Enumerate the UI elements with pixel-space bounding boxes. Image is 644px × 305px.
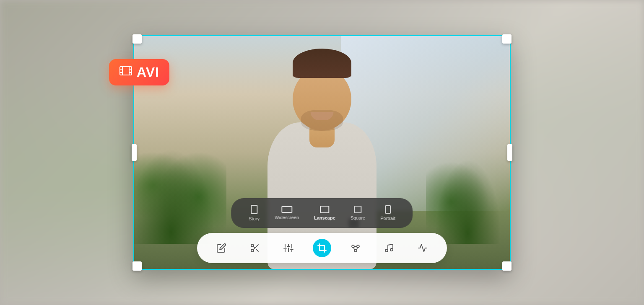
resize-handle-right[interactable] — [507, 144, 512, 161]
svg-point-22 — [352, 245, 354, 248]
landscape-label: Lanscape — [314, 215, 335, 220]
effects-icon — [351, 243, 361, 253]
resize-handle-top-right[interactable] — [502, 34, 512, 44]
resize-handle-top-left[interactable] — [132, 34, 142, 44]
audio-tool-button[interactable] — [380, 239, 398, 257]
svg-line-10 — [256, 249, 258, 251]
aspect-ratio-portrait[interactable]: Portrait — [373, 203, 402, 223]
aspect-ratio-landscape[interactable]: Lanscape — [306, 203, 343, 223]
resize-handle-bottom-right[interactable] — [502, 261, 512, 271]
svg-rect-0 — [120, 67, 132, 75]
story-label: Story — [249, 216, 260, 221]
portrait-label: Portrait — [380, 216, 395, 221]
avi-label: AVI — [137, 65, 159, 80]
widescreen-icon — [281, 206, 292, 213]
effects-tool-button[interactable] — [346, 239, 365, 257]
svg-line-11 — [253, 246, 255, 248]
story-icon — [251, 205, 257, 214]
film-icon — [119, 64, 132, 80]
cut-tool-button[interactable] — [246, 239, 264, 257]
aspect-ratio-square[interactable]: Square — [343, 203, 373, 223]
activity-icon — [418, 243, 428, 253]
aspect-ratio-toolbar: Story Widescreen Lanscape — [231, 198, 413, 228]
music-icon — [384, 243, 394, 253]
widescreen-label: Widescreen — [275, 215, 299, 220]
adjust-tool-button[interactable] — [279, 239, 298, 257]
landscape-icon — [320, 206, 329, 213]
tools-toolbar — [197, 233, 447, 263]
resize-handle-left[interactable] — [132, 144, 137, 161]
crop-icon — [317, 243, 327, 253]
svg-point-23 — [357, 245, 359, 248]
outer-background: AVI Story Widescreen — [0, 0, 644, 305]
main-video-card: AVI Story Widescreen — [133, 35, 511, 270]
pen-icon — [216, 243, 226, 253]
resize-handle-bottom-left[interactable] — [132, 261, 142, 271]
speed-tool-button[interactable] — [413, 239, 432, 257]
square-label: Square — [351, 215, 365, 220]
edit-tool-button[interactable] — [212, 239, 231, 257]
avi-format-badge[interactable]: AVI — [109, 59, 169, 85]
sliders-icon — [283, 243, 293, 253]
scissors-icon — [250, 243, 260, 253]
crop-tool-button[interactable] — [313, 239, 331, 257]
svg-point-25 — [385, 249, 388, 252]
aspect-ratio-story[interactable]: Story — [241, 202, 267, 224]
aspect-ratio-widescreen[interactable]: Widescreen — [267, 204, 306, 222]
square-icon — [354, 206, 362, 213]
portrait-icon — [385, 205, 391, 214]
